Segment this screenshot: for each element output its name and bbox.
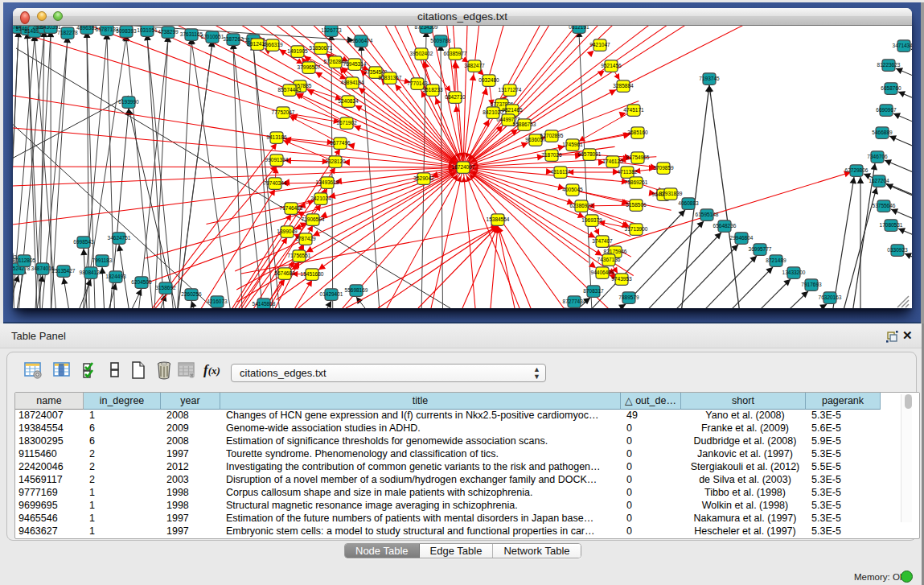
svg-text:82175946: 82175946 [604,249,627,254]
svg-text:18724007: 18724007 [452,164,475,170]
svg-text:7346706: 7346706 [867,154,888,159]
svg-text:37631165: 37631165 [180,31,203,37]
svg-text:36995777: 36995777 [749,246,772,252]
svg-text:31713900: 31713900 [625,226,648,232]
svg-text:0330923: 0330923 [887,247,908,253]
svg-text:15384554: 15384554 [487,216,510,222]
svg-text:51850671: 51850671 [310,45,333,51]
svg-text:71746488: 71746488 [280,205,303,211]
svg-text:9821465: 9821465 [502,107,523,113]
svg-text:8721489: 8721489 [766,257,786,263]
svg-text:0932480: 0932480 [478,77,499,83]
svg-text:3285884: 3285884 [613,83,634,89]
svg-text:9743953: 9743953 [611,276,632,282]
svg-text:39502402: 39502402 [410,51,433,56]
svg-text:8421020: 8421020 [483,109,503,115]
svg-text:13171274: 13171274 [499,87,522,93]
svg-text:7991183: 7991183 [92,257,113,263]
svg-text:94406409: 94406409 [591,270,614,275]
svg-text:65648236: 65648236 [713,223,737,229]
svg-text:6998543: 6998543 [73,239,94,245]
svg-text:4896383: 4896383 [76,26,97,31]
svg-text:76945314: 76945314 [343,61,367,67]
svg-text:7187026: 7187026 [541,152,562,158]
svg-text:75869261: 75869261 [625,179,648,185]
svg-text:3709859: 3709859 [653,165,674,171]
svg-text:32931839: 32931839 [659,191,683,196]
svg-text:4216073: 4216073 [207,299,228,304]
svg-text:3529042: 3529042 [413,175,434,181]
svg-text:4005045: 4005045 [562,187,583,192]
svg-text:1031051: 1031051 [137,27,158,33]
svg-text:87277434: 87277434 [563,299,586,304]
svg-text:3747407: 3747407 [592,238,613,244]
svg-text:34714345: 34714345 [893,43,912,48]
svg-text:54145868: 54145868 [253,301,276,307]
svg-text:5098393: 5098393 [116,28,137,34]
svg-text:5009788: 5009788 [430,38,451,43]
svg-text:3482477: 3482477 [464,63,485,68]
svg-text:77752047: 77752047 [272,109,295,115]
svg-text:37996507: 37996507 [298,64,321,70]
svg-text:5240824: 5240824 [338,98,359,104]
svg-text:9413186: 9413186 [266,134,287,140]
svg-text:7543303: 7543303 [13,254,17,260]
svg-text:76320163: 76320163 [819,295,842,300]
svg-text:2421024: 2421024 [310,196,331,201]
svg-text:1399049: 1399049 [277,229,298,234]
svg-text:67010651: 67010651 [201,34,224,39]
svg-text:2260256: 2260256 [181,291,202,297]
svg-text:4966319: 4966319 [262,42,283,47]
svg-text:13433200: 13433200 [782,270,806,275]
svg-text:4316117: 4316117 [551,169,571,175]
svg-text:0812191: 0812191 [569,26,589,30]
svg-text:80831367: 80831367 [379,75,402,80]
svg-text:9421047: 9421047 [589,42,610,47]
svg-text:34874016: 34874016 [31,266,55,271]
svg-text:5674680: 5674680 [274,270,295,276]
svg-text:53755646: 53755646 [873,203,896,208]
svg-text:6193990: 6193990 [118,99,139,105]
svg-text:87234309: 87234309 [415,26,438,30]
svg-text:4060883: 4060883 [678,200,699,206]
svg-text:61595148: 61595148 [696,212,719,217]
svg-text:55698169: 55698169 [345,287,368,293]
svg-text:8708317: 8708317 [583,288,604,294]
svg-text:81754965: 81754965 [626,154,650,160]
svg-text:4711382: 4711382 [618,169,638,175]
svg-text:1326773: 1326773 [321,27,342,33]
svg-text:81223623: 81223623 [877,62,901,68]
svg-text:7182278: 7182278 [57,30,78,35]
svg-text:4745171: 4745171 [623,107,644,113]
svg-text:6690967: 6690967 [876,107,897,113]
svg-text:1671902: 1671902 [336,120,357,126]
svg-text:7889579: 7889579 [618,295,639,300]
svg-text:1627204: 1627204 [869,178,889,183]
svg-text:71756551: 71756551 [288,253,311,258]
svg-text:3685160: 3685160 [627,130,648,135]
svg-text:71906594: 71906594 [302,216,325,222]
svg-text:86578091: 86578091 [578,151,602,157]
svg-text:6204505: 6204505 [131,279,152,285]
svg-text:1746120: 1746120 [602,159,623,164]
svg-text:7917693: 7917693 [801,282,822,287]
svg-text:5466889: 5466889 [872,130,893,135]
svg-text:3387262: 3387262 [223,36,244,42]
svg-text:5158506: 5158506 [626,202,647,208]
svg-text:1969379: 1969379 [581,217,602,223]
svg-text:98084124: 98084124 [80,270,103,275]
svg-text:99091334: 99091334 [265,157,289,163]
svg-text:60385977: 60385977 [444,51,467,56]
svg-text:74367136: 74367136 [598,257,621,262]
svg-text:55886753: 55886753 [513,122,536,127]
svg-text:49894134: 49894134 [341,80,364,85]
svg-text:25135427: 25135427 [52,268,76,274]
svg-text:1491905: 1491905 [287,48,308,54]
svg-text:62386922: 62386922 [570,203,593,208]
svg-text:0842710: 0842710 [445,94,466,100]
svg-text:1745961: 1745961 [562,142,583,147]
svg-text:6658760: 6658760 [881,85,901,91]
svg-text:3158692: 3158692 [155,285,176,290]
svg-text:4738299: 4738299 [158,29,179,35]
svg-text:34624751: 34624751 [108,235,131,241]
